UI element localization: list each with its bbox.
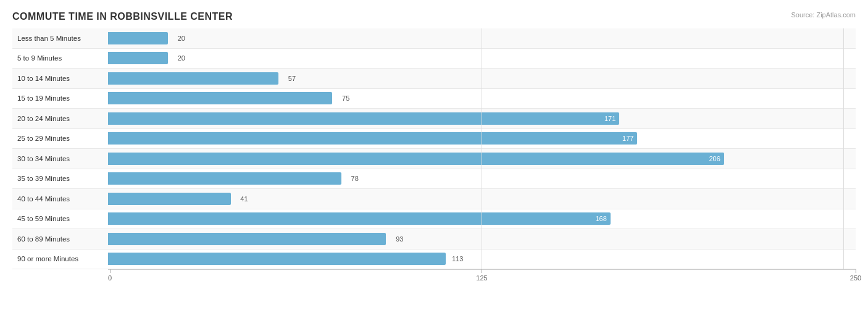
bar-track: 78 xyxy=(108,169,856,189)
axis-tick: 125 xyxy=(476,269,487,282)
bar-row: 20 to 24 Minutes171 xyxy=(12,109,856,129)
bar-label: 20 to 24 Minutes xyxy=(12,115,108,122)
bar-row: 90 or more Minutes113 xyxy=(12,250,856,270)
bar-track: 113 xyxy=(108,250,856,269)
bar-label: 30 to 34 Minutes xyxy=(12,155,108,162)
axis-tick-mark xyxy=(110,269,111,273)
bar-row: 35 to 39 Minutes78 xyxy=(12,169,856,190)
bar-value-outside: 20 xyxy=(178,54,185,62)
bar-fill: 20 xyxy=(108,52,168,64)
bar-fill: 78 xyxy=(108,172,341,185)
bar-row: 15 to 19 Minutes75 xyxy=(12,89,856,109)
bar-row: 45 to 59 Minutes168 xyxy=(12,209,856,230)
axis-tick-label: 0 xyxy=(108,274,112,282)
bar-row: 60 to 89 Minutes93 xyxy=(12,229,856,250)
bar-fill: 113 xyxy=(108,253,446,265)
bar-fill: 57 xyxy=(108,72,278,85)
chart-area: Less than 5 Minutes205 to 9 Minutes2010 … xyxy=(12,28,856,288)
axis-tick-mark xyxy=(482,269,482,273)
bar-fill: 75 xyxy=(108,92,332,104)
bar-row: Less than 5 Minutes20 xyxy=(12,28,856,49)
axis-tick-mark xyxy=(855,269,856,273)
bar-label: Less than 5 Minutes xyxy=(12,35,108,42)
bar-value-outside: 75 xyxy=(342,94,349,102)
bar-label: 60 to 89 Minutes xyxy=(12,235,108,243)
bar-fill: 177 xyxy=(108,132,637,145)
bars-section: Less than 5 Minutes205 to 9 Minutes2010 … xyxy=(12,28,856,269)
bar-label: 10 to 14 Minutes xyxy=(12,75,108,82)
bar-label: 25 to 29 Minutes xyxy=(12,135,108,142)
axis-tick: 250 xyxy=(850,269,861,282)
chart-title: COMMUTE TIME IN ROBBINSVILLE CENTER xyxy=(12,11,856,22)
bar-track: 20 xyxy=(108,28,856,48)
bar-fill: 168 xyxy=(108,212,611,225)
bar-track: 57 xyxy=(108,69,856,88)
bar-row: 30 to 34 Minutes206 xyxy=(12,149,856,169)
bar-row: 5 to 9 Minutes20 xyxy=(12,49,856,69)
bar-fill: 41 xyxy=(108,193,231,205)
bar-label: 45 to 59 Minutes xyxy=(12,215,108,222)
axis-tick: 0 xyxy=(108,269,112,282)
axis-tick-label: 125 xyxy=(476,274,487,282)
bar-value-inside: 177 xyxy=(622,135,633,142)
axis-section: 0125250 xyxy=(108,269,856,288)
bar-label: 90 or more Minutes xyxy=(12,255,108,262)
bar-row: 10 to 14 Minutes57 xyxy=(12,69,856,89)
bar-row: 25 to 29 Minutes177 xyxy=(12,129,856,149)
bar-track: 93 xyxy=(108,229,856,249)
bar-fill: 206 xyxy=(108,153,724,165)
bar-value-outside: 93 xyxy=(396,235,403,243)
bar-track: 168 xyxy=(108,209,856,229)
bar-track: 171 xyxy=(108,109,856,128)
bar-fill: 171 xyxy=(108,112,619,125)
bar-track: 20 xyxy=(108,49,856,69)
bar-label: 35 to 39 Minutes xyxy=(12,175,108,182)
bar-value-outside: 20 xyxy=(178,35,185,42)
chart-container: COMMUTE TIME IN ROBBINSVILLE CENTER Sour… xyxy=(0,0,868,323)
bar-track: 177 xyxy=(108,129,856,149)
bar-track: 41 xyxy=(108,189,856,209)
bar-label: 40 to 44 Minutes xyxy=(12,195,108,203)
source-label: Source: ZipAtlas.com xyxy=(791,11,856,19)
bar-track: 206 xyxy=(108,149,856,169)
bar-value-inside: 168 xyxy=(595,215,606,222)
bar-row: 40 to 44 Minutes41 xyxy=(12,189,856,209)
bar-label: 5 to 9 Minutes xyxy=(12,54,108,62)
bar-value-inside: 206 xyxy=(709,155,720,162)
bar-value-outside: 113 xyxy=(452,255,463,262)
bar-value-outside: 41 xyxy=(240,195,248,203)
bar-label: 15 to 19 Minutes xyxy=(12,94,108,102)
bar-value-inside: 171 xyxy=(604,115,616,122)
bar-fill: 93 xyxy=(108,233,386,245)
bar-value-outside: 78 xyxy=(351,175,359,182)
bar-track: 75 xyxy=(108,89,856,109)
bar-fill: 20 xyxy=(108,32,168,44)
bar-value-outside: 57 xyxy=(288,75,296,82)
axis-tick-label: 250 xyxy=(850,274,861,282)
